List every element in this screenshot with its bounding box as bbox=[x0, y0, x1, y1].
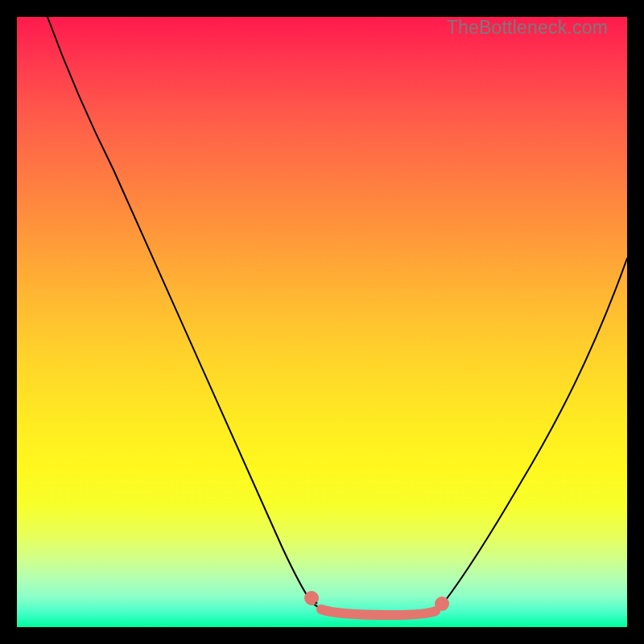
curve-left-arm bbox=[47, 17, 312, 602]
chart-frame: TheBottleneck.com bbox=[0, 0, 644, 644]
curve-svg bbox=[17, 17, 627, 627]
plot-area: TheBottleneck.com bbox=[17, 17, 627, 627]
highlight-inner-dot bbox=[316, 602, 318, 605]
highlight-segment bbox=[321, 609, 436, 615]
curve-right-arm bbox=[444, 258, 627, 603]
highlight-dot-right bbox=[435, 597, 449, 611]
